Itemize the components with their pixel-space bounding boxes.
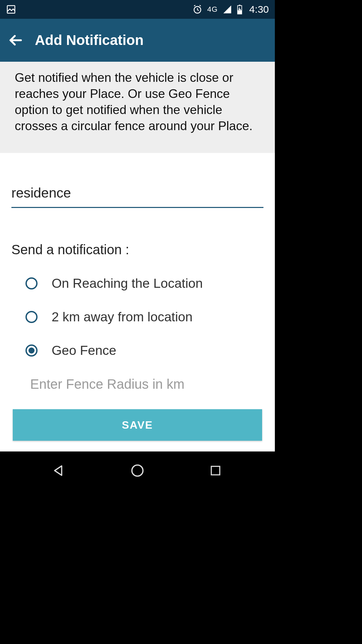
svg-marker-11 [55,466,62,475]
radio-on-reaching[interactable]: On Reaching the Location [25,276,263,291]
radio-geo-fence[interactable]: Geo Fence [25,343,263,358]
description-text: Get notified when the vehicle is close o… [0,62,275,153]
nav-recent-icon[interactable] [207,462,224,479]
alarm-icon [192,4,202,14]
status-bar: 4G 4:30 [0,0,275,19]
back-arrow-icon[interactable] [8,33,23,48]
svg-line-4 [194,5,195,6]
svg-rect-13 [212,466,220,475]
status-right: 4G 4:30 [192,4,269,15]
notification-section-label: Send a notification : [11,242,263,257]
svg-point-12 [132,465,143,476]
radio-icon [25,277,38,289]
radio-label: On Reaching the Location [52,276,203,291]
app-bar: Add Notification [0,19,275,62]
status-left [6,4,16,14]
svg-line-3 [197,10,199,11]
svg-rect-7 [239,5,240,6]
svg-line-5 [200,5,201,6]
clock-time: 4:30 [249,4,269,15]
save-button[interactable]: SAVE [13,409,262,441]
page-title: Add Notification [35,32,143,48]
form-content: Send a notification : On Reaching the Lo… [0,153,275,451]
signal-icon [223,5,232,14]
system-nav-bar [0,451,275,490]
notification-radio-group: On Reaching the Location 2 km away from … [11,276,263,358]
nav-home-icon[interactable] [129,462,146,479]
radio-label: 2 km away from location [52,310,193,324]
battery-icon [237,4,243,14]
screen: 4G 4:30 Add Notification [0,0,275,490]
fence-radius-input[interactable] [30,377,263,392]
radio-2km-away[interactable]: 2 km away from location [25,310,263,324]
image-icon [6,4,16,14]
radio-icon [25,344,38,357]
radio-icon [25,311,38,323]
radio-label: Geo Fence [52,343,116,358]
place-name-input[interactable] [11,185,263,208]
nav-back-icon[interactable] [51,462,68,479]
network-type: 4G [207,5,218,14]
